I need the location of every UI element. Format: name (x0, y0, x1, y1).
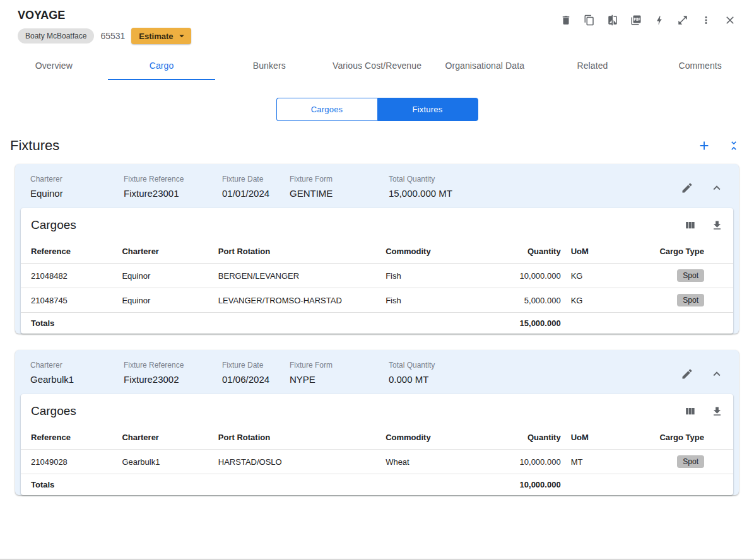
tab-related[interactable]: Related (539, 52, 647, 80)
more-options-button[interactable] (700, 15, 712, 26)
fixture-header: Charterer Equinor Fixture Reference Fixt… (15, 164, 739, 208)
cell-cargo-type: Spot (630, 288, 733, 313)
fixture-actions (681, 361, 724, 381)
cell-reference: 21049028 (21, 450, 117, 474)
pdf-button[interactable] (630, 15, 642, 26)
field-value: 0.000 MT (389, 374, 681, 385)
voyage-number: 65531 (100, 31, 125, 41)
download-icon (711, 405, 723, 417)
topbar-left: VOYAGE Boaty McBoatface 65531 Estimate (18, 9, 191, 44)
field-label: Fixture Form (290, 361, 389, 370)
compare-icon (607, 15, 618, 26)
tab-bunkers[interactable]: Bunkers (215, 52, 323, 80)
cell-reference: 21048745 (21, 288, 117, 313)
field-value: 15,000.000 MT (389, 188, 681, 199)
bolt-icon (654, 15, 665, 26)
cell-quantity: 5,000.000 (505, 288, 566, 313)
cargoes-card: Cargoes Reference (21, 394, 733, 495)
tab-cargo[interactable]: Cargo (108, 52, 216, 80)
col-cargo-type: Cargo Type (630, 426, 733, 450)
table-header-row: Reference Charterer Port Rotation Commod… (21, 240, 733, 264)
cell-port-rotation: BERGEN/LEVANGER (213, 264, 380, 288)
fixture-header: Charterer Gearbulk1 Fixture Reference Fi… (15, 350, 739, 394)
chevron-up-icon (710, 367, 724, 381)
cell-cargo-type: Spot (630, 264, 733, 288)
add-fixture-button[interactable] (697, 139, 711, 153)
delete-button[interactable] (560, 15, 572, 26)
compare-button[interactable] (607, 15, 618, 26)
tab-overview[interactable]: Overview (0, 52, 108, 80)
chevron-down-icon (176, 30, 187, 42)
col-commodity: Commodity (380, 240, 505, 264)
estimate-dropdown-button[interactable]: Estimate (131, 28, 191, 44)
table-row[interactable]: 21049028 Gearbulk1 HARSTAD/OSLO Wheat 10… (21, 450, 733, 474)
fixture-actions (681, 175, 724, 195)
table-row[interactable]: 21048745 Equinor LEVANGER/TROMSO-HARSTAD… (21, 288, 733, 313)
tab-organisational-data[interactable]: Organisational Data (431, 52, 539, 80)
cell-quantity: 10,000.000 (505, 264, 566, 288)
col-quantity: Quantity (505, 240, 566, 264)
chevron-up-icon (710, 181, 724, 195)
fixture-date-field: Fixture Date 01/06/2024 (222, 361, 290, 385)
topbar-actions (560, 14, 736, 26)
collapse-fixture-button[interactable] (710, 367, 724, 381)
cell-uom: KG (566, 288, 630, 313)
toggle-cargoes-button[interactable]: Cargoes (276, 98, 377, 121)
col-port-rotation: Port Rotation (213, 426, 380, 450)
copy-button[interactable] (584, 15, 595, 26)
cargoes-head: Cargoes (21, 208, 733, 240)
kebab-menu-icon (700, 15, 712, 26)
field-label: Charterer (30, 175, 124, 184)
toggle-fixtures-button[interactable]: Fixtures (377, 98, 478, 121)
totals-label: Totals (21, 474, 117, 496)
voyage-subrow: Boaty McBoatface 65531 Estimate (18, 28, 191, 44)
tab-various-cost-revenue[interactable]: Various Cost/Revenue (323, 52, 431, 80)
cargo-type-badge: Spot (677, 294, 704, 306)
column-settings-button[interactable] (684, 219, 696, 231)
field-label: Fixture Date (222, 175, 290, 184)
fixture-total-quantity-field: Total Quantity 0.000 MT (389, 361, 681, 385)
cell-charterer: Gearbulk1 (117, 450, 213, 474)
col-cargo-type: Cargo Type (630, 240, 733, 264)
vessel-chip[interactable]: Boaty McBoatface (18, 28, 94, 44)
edit-fixture-button[interactable] (681, 368, 693, 380)
cell-charterer: Equinor (117, 264, 213, 288)
fixture-total-quantity-field: Total Quantity 15,000.000 MT (389, 175, 681, 199)
cell-commodity: Fish (380, 288, 505, 313)
field-label: Fixture Date (222, 361, 290, 370)
download-button[interactable] (711, 219, 723, 231)
add-icon (697, 139, 711, 153)
totals-quantity: 10,000.000 (505, 474, 566, 496)
collapse-all-button[interactable] (727, 139, 740, 152)
col-charterer: Charterer (117, 240, 213, 264)
cell-charterer: Equinor (117, 288, 213, 313)
field-value: Gearbulk1 (30, 374, 124, 385)
fixture-charterer-field: Charterer Equinor (30, 175, 124, 199)
cargoes-table-actions (684, 405, 723, 417)
collapse-fixture-button[interactable] (710, 181, 724, 195)
close-button[interactable] (724, 14, 736, 26)
cargoes-title: Cargoes (31, 404, 76, 418)
cargo-type-badge: Spot (677, 269, 704, 282)
col-uom: UoM (566, 240, 630, 264)
view-columns-icon (684, 405, 696, 417)
cell-commodity: Wheat (380, 450, 505, 474)
copy-icon (584, 15, 595, 26)
fixture-reference-field: Fixture Reference Fixture23002 (124, 361, 222, 385)
tab-comments[interactable]: Comments (646, 52, 754, 80)
fixtures-section-title: Fixtures (10, 137, 59, 154)
cell-port-rotation: HARSTAD/OSLO (213, 450, 380, 474)
edit-fixture-button[interactable] (681, 182, 693, 194)
cargoes-head: Cargoes (21, 394, 733, 426)
collapse-all-icon (727, 139, 740, 152)
fixture-date-field: Fixture Date 01/01/2024 (222, 175, 290, 199)
totals-label: Totals (21, 313, 117, 334)
voyage-window: VOYAGE Boaty McBoatface 65531 Estimate (0, 0, 754, 495)
quick-actions-button[interactable] (654, 15, 665, 26)
column-settings-button[interactable] (684, 405, 696, 417)
fullscreen-button[interactable] (677, 15, 688, 26)
fixture-form-field: Fixture Form NYPE (290, 361, 389, 385)
table-row[interactable]: 21048482 Equinor BERGEN/LEVANGER Fish 10… (21, 264, 733, 288)
totals-quantity: 15,000.000 (505, 313, 566, 334)
download-button[interactable] (711, 405, 723, 417)
